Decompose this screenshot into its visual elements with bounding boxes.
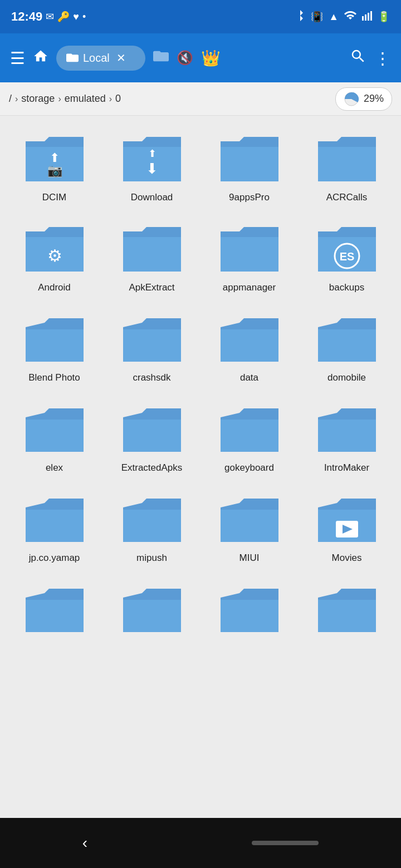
menu-button[interactable]: ☰	[10, 48, 25, 68]
folder-intromaker[interactable]: IntroMaker	[298, 392, 395, 482]
svg-text:⬆: ⬆	[148, 148, 156, 159]
more-options-button[interactable]: ⋮	[374, 48, 391, 68]
tab-local-label: Local	[83, 52, 110, 65]
home-button[interactable]	[33, 48, 48, 68]
folder-appmanager[interactable]: appmanager	[200, 211, 298, 302]
crown-icon[interactable]: 👑	[201, 49, 221, 67]
back-button[interactable]: ‹	[82, 834, 87, 852]
folder-android[interactable]: ⚙ Android	[6, 211, 103, 302]
folder-backups-label: backups	[329, 282, 364, 294]
folder-partial-2[interactable]	[103, 572, 200, 645]
svg-text:ES: ES	[339, 250, 354, 263]
breadcrumb-storage[interactable]: storage	[21, 93, 55, 105]
mail-icon: ✉	[46, 11, 54, 23]
svg-rect-2	[368, 13, 369, 21]
home-indicator[interactable]	[252, 841, 319, 845]
status-bar: 12:49 ✉ 🔑 ♥ • 📳 ▲ 🔋	[0, 0, 401, 33]
top-bar: ☰ Local ✕ 🔇 👑 ⋮	[0, 33, 401, 82]
folder-domobile-label: domobile	[327, 372, 366, 384]
breadcrumb-root[interactable]: /	[9, 93, 12, 105]
folder-blendphoto[interactable]: Blend Photo	[6, 302, 103, 392]
svg-text:📷: 📷	[47, 163, 62, 178]
folder-apkextract[interactable]: ApkExtract	[103, 211, 200, 302]
folder-movies-label: Movies	[332, 552, 362, 564]
storage-usage: 29%	[335, 87, 392, 111]
svg-rect-3	[370, 11, 372, 21]
folder-intromaker-label: IntroMaker	[324, 462, 369, 474]
folder-9appspro-label: 9appsPro	[229, 191, 270, 204]
search-button[interactable]	[350, 48, 366, 68]
vibrate-icon: 📳	[311, 11, 323, 23]
folder-miui[interactable]: MIUI	[200, 482, 298, 572]
folder-data-label: data	[240, 372, 258, 384]
folder-mipush-label: mipush	[136, 552, 167, 564]
signal-icon	[362, 11, 372, 23]
folder-movies[interactable]: Movies	[298, 482, 395, 572]
folder-extractedapks-label: ExtractedApks	[121, 462, 183, 474]
folder-download-label: Download	[131, 191, 173, 204]
tab-local[interactable]: Local ✕	[56, 46, 145, 71]
svg-rect-0	[362, 16, 364, 21]
folder-miui-label: MIUI	[239, 552, 260, 564]
folder-appmanager-label: appmanager	[223, 282, 276, 294]
storage-percent: 29%	[364, 93, 384, 105]
folder-download[interactable]: ⬆ ⬇ Download	[103, 121, 200, 211]
dot-icon: •	[82, 11, 86, 23]
breadcrumb: / › storage › emulated › 0 29%	[0, 82, 401, 116]
folder-dcim-label: DCIM	[42, 191, 66, 204]
breadcrumb-emulated[interactable]: emulated	[65, 93, 106, 105]
folder-partial-1[interactable]	[6, 572, 103, 645]
folder-elex[interactable]: elex	[6, 392, 103, 482]
folder-dcim[interactable]: ⬆ 📷 DCIM	[6, 121, 103, 211]
folder-partial-4[interactable]	[298, 572, 395, 645]
data-icon: ▲	[329, 11, 339, 23]
folder-data[interactable]: data	[200, 302, 298, 392]
battery-icon: 🔋	[378, 11, 390, 23]
svg-text:⬇: ⬇	[146, 160, 158, 177]
tab-network-button[interactable]	[153, 48, 169, 68]
folder-acrcalls-label: ACRCalls	[326, 191, 368, 204]
folder-extractedapks[interactable]: ExtractedApks	[103, 392, 200, 482]
tab-close-button[interactable]: ✕	[116, 51, 126, 65]
folder-android-label: Android	[38, 282, 71, 294]
folder-acrcalls[interactable]: ACRCalls	[298, 121, 395, 211]
bottom-nav: ‹	[0, 818, 401, 868]
folder-mipush[interactable]: mipush	[103, 482, 200, 572]
folder-jpco-label: jp.co.yamap	[29, 552, 80, 564]
folder-grid: ⬆ 📷 DCIM ⬆ ⬇ Download	[0, 116, 401, 651]
folder-crashsdk[interactable]: crashsdk	[103, 302, 200, 392]
key-icon: 🔑	[57, 11, 70, 23]
folder-partial-3[interactable]	[200, 572, 298, 645]
wifi-icon	[344, 11, 356, 23]
folder-crashsdk-label: crashsdk	[133, 372, 170, 384]
svg-text:⬆: ⬆	[50, 151, 60, 165]
folder-gokeyboard[interactable]: gokeyboard	[200, 392, 298, 482]
folder-elex-label: elex	[46, 462, 63, 474]
mute-icon: 🔇	[177, 50, 193, 66]
status-time: 12:49	[11, 9, 42, 24]
folder-backups[interactable]: ES backups	[298, 211, 395, 302]
folder-domobile[interactable]: domobile	[298, 302, 395, 392]
breadcrumb-0[interactable]: 0	[115, 93, 121, 105]
bluetooth-icon	[295, 9, 305, 24]
folder-apkextract-label: ApkExtract	[129, 282, 174, 294]
folder-gokeyboard-label: gokeyboard	[224, 462, 274, 474]
heart-icon: ♥	[73, 11, 79, 23]
folder-icon	[66, 51, 79, 65]
folder-jpco[interactable]: jp.co.yamap	[6, 482, 103, 572]
folder-9appspro[interactable]: 9appsPro	[200, 121, 298, 211]
svg-rect-1	[365, 14, 366, 21]
svg-text:⚙: ⚙	[47, 246, 62, 265]
folder-blendphoto-label: Blend Photo	[28, 372, 80, 384]
